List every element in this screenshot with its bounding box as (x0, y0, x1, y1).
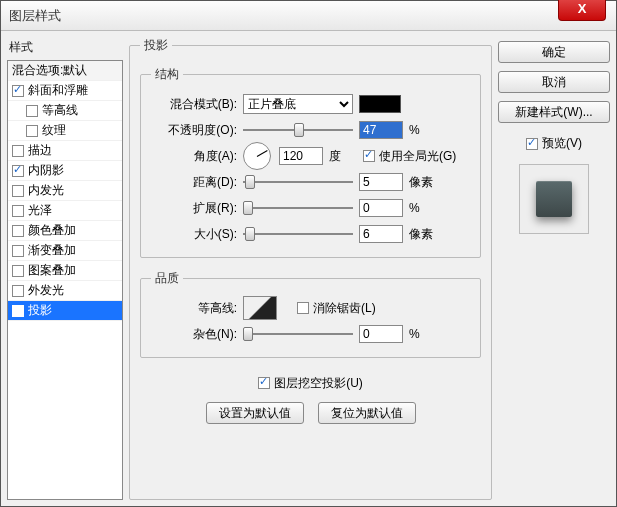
sidebar-item-label: 描边 (28, 142, 52, 159)
contour-label: 等高线: (151, 300, 237, 317)
sidebar-item-3[interactable]: 纹理 (8, 121, 122, 141)
sidebar-item-label: 纹理 (42, 122, 66, 139)
checkbox-icon (26, 125, 38, 137)
checkbox-icon (12, 165, 24, 177)
angle-unit: 度 (329, 148, 357, 165)
sidebar-item-label: 投影 (28, 302, 52, 319)
distance-slider[interactable] (243, 174, 353, 190)
opacity-label: 不透明度(O): (151, 122, 237, 139)
checkbox-icon (12, 225, 24, 237)
sidebar-item-0[interactable]: 混合选项:默认 (8, 61, 122, 81)
sidebar-item-12[interactable]: 投影 (8, 301, 122, 321)
sidebar-item-label: 光泽 (28, 202, 52, 219)
noise-label: 杂色(N): (151, 326, 237, 343)
antialias-checkbox[interactable]: 消除锯齿(L) (297, 300, 376, 317)
sidebar-item-6[interactable]: 内发光 (8, 181, 122, 201)
styles-header: 样式 (9, 39, 123, 56)
sidebar-item-10[interactable]: 图案叠加 (8, 261, 122, 281)
spread-slider[interactable] (243, 200, 353, 216)
size-unit: 像素 (409, 226, 437, 243)
sidebar-item-label: 内阴影 (28, 162, 64, 179)
sidebar-item-9[interactable]: 渐变叠加 (8, 241, 122, 261)
quality-group: 品质 等高线: 消除锯齿(L) 杂色(N): (140, 270, 481, 358)
size-input[interactable] (359, 225, 403, 243)
main-title: 投影 (140, 37, 172, 54)
sidebar-item-7[interactable]: 光泽 (8, 201, 122, 221)
quality-title: 品质 (151, 270, 183, 287)
layer-style-dialog: 图层样式 X 样式 混合选项:默认斜面和浮雕等高线纹理描边内阴影内发光光泽颜色叠… (0, 0, 617, 507)
structure-group: 结构 混合模式(B): 正片叠底 不透明度(O): % (140, 66, 481, 258)
contour-picker[interactable] (243, 296, 277, 320)
opacity-unit: % (409, 123, 437, 137)
sidebar-item-label: 颜色叠加 (28, 222, 76, 239)
main-group: 投影 结构 混合模式(B): 正片叠底 不透明度(O): % (129, 37, 492, 500)
sidebar-item-label: 等高线 (42, 102, 78, 119)
sidebar-item-4[interactable]: 描边 (8, 141, 122, 161)
checkbox-icon (12, 185, 24, 197)
blend-mode-select[interactable]: 正片叠底 (243, 94, 353, 114)
sidebar-item-label: 混合选项:默认 (12, 62, 87, 79)
titlebar: 图层样式 X (1, 1, 616, 31)
reset-default-button[interactable]: 复位为默认值 (318, 402, 416, 424)
size-label: 大小(S): (151, 226, 237, 243)
checkbox-icon (12, 305, 24, 317)
structure-title: 结构 (151, 66, 183, 83)
angle-dial[interactable] (243, 142, 271, 170)
global-light-checkbox[interactable]: 使用全局光(G) (363, 148, 456, 165)
noise-input[interactable] (359, 325, 403, 343)
cancel-button[interactable]: 取消 (498, 71, 610, 93)
spread-label: 扩展(R): (151, 200, 237, 217)
blend-mode-label: 混合模式(B): (151, 96, 237, 113)
sidebar-item-11[interactable]: 外发光 (8, 281, 122, 301)
sidebar-item-label: 外发光 (28, 282, 64, 299)
sidebar-item-2[interactable]: 等高线 (8, 101, 122, 121)
preview-box (519, 164, 589, 234)
spread-input[interactable] (359, 199, 403, 217)
sidebar-item-label: 斜面和浮雕 (28, 82, 88, 99)
set-default-button[interactable]: 设置为默认值 (206, 402, 304, 424)
window-title: 图层样式 (9, 7, 61, 25)
size-slider[interactable] (243, 226, 353, 242)
distance-input[interactable] (359, 173, 403, 191)
sidebar-item-1[interactable]: 斜面和浮雕 (8, 81, 122, 101)
preview-thumb (536, 181, 572, 217)
checkbox-icon (12, 205, 24, 217)
noise-slider[interactable] (243, 326, 353, 342)
checkbox-icon (12, 245, 24, 257)
knockout-checkbox[interactable]: 图层挖空投影(U) (258, 375, 363, 392)
noise-unit: % (409, 327, 437, 341)
sidebar-item-label: 渐变叠加 (28, 242, 76, 259)
sidebar-item-label: 内发光 (28, 182, 64, 199)
checkbox-icon (526, 138, 538, 150)
sidebar-item-label: 图案叠加 (28, 262, 76, 279)
style-list: 混合选项:默认斜面和浮雕等高线纹理描边内阴影内发光光泽颜色叠加渐变叠加图案叠加外… (7, 60, 123, 500)
new-style-button[interactable]: 新建样式(W)... (498, 101, 610, 123)
shadow-color-swatch[interactable] (359, 95, 401, 113)
spread-unit: % (409, 201, 437, 215)
checkbox-icon (297, 302, 309, 314)
checkbox-icon (26, 105, 38, 117)
distance-label: 距离(D): (151, 174, 237, 191)
checkbox-icon (12, 265, 24, 277)
checkbox-icon (12, 285, 24, 297)
angle-input[interactable] (279, 147, 323, 165)
opacity-input[interactable] (359, 121, 403, 139)
preview-checkbox[interactable]: 预览(V) (526, 135, 582, 152)
angle-label: 角度(A): (151, 148, 237, 165)
ok-button[interactable]: 确定 (498, 41, 610, 63)
sidebar-item-5[interactable]: 内阴影 (8, 161, 122, 181)
checkbox-icon (12, 145, 24, 157)
checkbox-icon (12, 85, 24, 97)
checkbox-icon (363, 150, 375, 162)
sidebar-item-8[interactable]: 颜色叠加 (8, 221, 122, 241)
close-button[interactable]: X (558, 0, 606, 21)
opacity-slider[interactable] (243, 122, 353, 138)
checkbox-icon (258, 377, 270, 389)
distance-unit: 像素 (409, 174, 437, 191)
